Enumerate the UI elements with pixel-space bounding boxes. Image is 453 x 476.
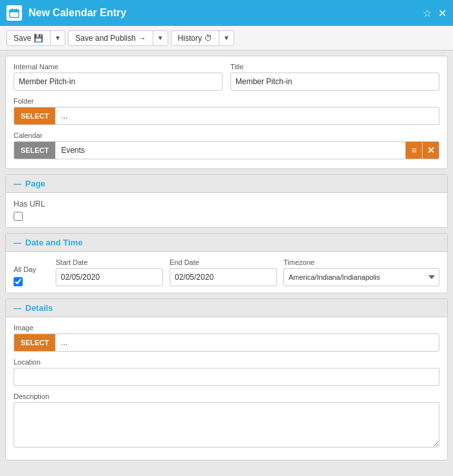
title-bar: New Calendar Entry ☆ ✕: [0, 0, 453, 26]
title-bar-left: New Calendar Entry: [6, 5, 126, 21]
publish-arrow-icon: →: [138, 34, 146, 43]
save-publish-button[interactable]: Save and Publish →: [69, 31, 152, 45]
calendar-list-icon: ≡: [411, 146, 416, 155]
page-section-card: — Page Has URL: [5, 174, 448, 228]
timezone-label: Timezone: [283, 258, 439, 266]
calendar-label: Calendar: [14, 131, 439, 139]
title-label: Title: [230, 63, 439, 71]
page-title: New Calendar Entry: [28, 7, 126, 19]
has-url-section: Has URL: [6, 193, 447, 227]
folder-label: Folder: [14, 97, 439, 105]
location-input[interactable]: [14, 368, 439, 386]
description-row: Description: [14, 392, 439, 449]
page-section-title: Page: [25, 179, 45, 188]
name-title-row: Internal Name Title: [14, 63, 439, 91]
timezone-field: Timezone America/Indiana/Indianapolis Am…: [283, 258, 439, 286]
start-date-field: Start Date: [56, 258, 163, 286]
datetime-collapse-icon[interactable]: —: [14, 238, 21, 247]
datetime-section-card: — Date and Time All Day Start Date End D…: [5, 233, 448, 293]
image-value: ...: [55, 334, 439, 351]
image-select-field: SELECT ...: [14, 334, 439, 352]
save-publish-btn-group: Save and Publish → ▼: [68, 30, 168, 46]
calendar-close-button[interactable]: ✕: [422, 142, 439, 159]
star-icon[interactable]: ☆: [423, 7, 432, 19]
description-label: Description: [14, 392, 439, 400]
allday-label: All Day: [14, 266, 36, 273]
internal-name-field: Internal Name: [14, 63, 223, 91]
calendar-close-icon: ✕: [427, 145, 435, 155]
details-section-title: Details: [25, 303, 53, 313]
timezone-select[interactable]: America/Indiana/Indianapolis America/New…: [283, 268, 439, 286]
save-publish-dropdown-button[interactable]: ▼: [153, 31, 168, 45]
close-icon[interactable]: ✕: [438, 7, 447, 19]
save-btn-group: Save 💾 ▼: [6, 30, 65, 46]
basic-info-card: Internal Name Title Folder SELECT ... Ca…: [5, 56, 448, 169]
has-url-label: Has URL: [14, 199, 439, 209]
history-button[interactable]: History ⏱: [171, 31, 219, 45]
main-content: Internal Name Title Folder SELECT ... Ca…: [0, 51, 453, 476]
datetime-body: All Day Start Date End Date Timezone: [6, 252, 447, 293]
title-field: Title: [230, 63, 439, 91]
basic-info-body: Internal Name Title Folder SELECT ... Ca…: [6, 56, 447, 168]
title-input[interactable]: [230, 73, 439, 91]
history-label: History: [178, 34, 202, 43]
svg-rect-1: [10, 10, 19, 12]
image-row: Image SELECT ...: [14, 324, 439, 352]
history-dropdown-button[interactable]: ▼: [219, 31, 234, 45]
save-publish-label: Save and Publish: [75, 34, 135, 43]
folder-row: Folder SELECT ...: [14, 97, 439, 125]
internal-name-input[interactable]: [14, 73, 223, 91]
start-date-label: Start Date: [56, 258, 163, 266]
calendar-row: Calendar SELECT Events ≡ ✕: [14, 131, 439, 159]
folder-select-field: SELECT ...: [14, 107, 439, 125]
calendar-list-button[interactable]: ≡: [405, 142, 422, 159]
date-time-row: All Day Start Date End Date Timezone: [14, 258, 439, 286]
page-section-header: — Page: [6, 175, 447, 193]
end-date-field: End Date: [170, 258, 277, 286]
folder-value: ...: [55, 108, 439, 124]
history-btn-group: History ⏱ ▼: [171, 30, 234, 46]
history-clock-icon: ⏱: [204, 34, 212, 43]
calendar-select-button[interactable]: SELECT: [14, 142, 55, 159]
description-textarea[interactable]: [14, 402, 439, 448]
save-label: Save: [14, 34, 31, 43]
calendar-value: Events: [55, 142, 405, 159]
title-bar-actions: ☆ ✕: [423, 7, 447, 19]
details-section-header: — Details: [6, 299, 447, 317]
image-label: Image: [14, 324, 439, 332]
folder-select-button[interactable]: SELECT: [14, 108, 55, 124]
has-url-checkbox-row: [14, 212, 439, 221]
details-section-card: — Details Image SELECT ... Location Desc…: [5, 299, 448, 460]
start-date-input[interactable]: [56, 268, 163, 286]
details-body: Image SELECT ... Location Description: [6, 317, 447, 460]
save-disk-icon: 💾: [34, 34, 43, 43]
image-select-button[interactable]: SELECT: [14, 334, 55, 351]
end-date-label: End Date: [170, 258, 277, 266]
allday-field: All Day: [14, 266, 49, 286]
details-collapse-icon[interactable]: —: [14, 304, 21, 313]
has-url-checkbox[interactable]: [14, 212, 23, 221]
location-row: Location: [14, 358, 439, 386]
save-dropdown-button[interactable]: ▼: [50, 31, 65, 45]
location-label: Location: [14, 358, 439, 366]
calendar-icon: [6, 5, 22, 21]
save-button[interactable]: Save 💾: [7, 31, 50, 45]
page-collapse-icon[interactable]: —: [14, 179, 21, 188]
end-date-input[interactable]: [170, 268, 277, 286]
internal-name-label: Internal Name: [14, 63, 223, 71]
toolbar: Save 💾 ▼ Save and Publish → ▼ History ⏱ …: [0, 26, 453, 51]
datetime-section-title: Date and Time: [25, 238, 83, 247]
allday-checkbox[interactable]: [14, 277, 23, 286]
calendar-select-field: SELECT Events ≡ ✕: [14, 141, 439, 159]
datetime-section-header: — Date and Time: [6, 234, 447, 252]
